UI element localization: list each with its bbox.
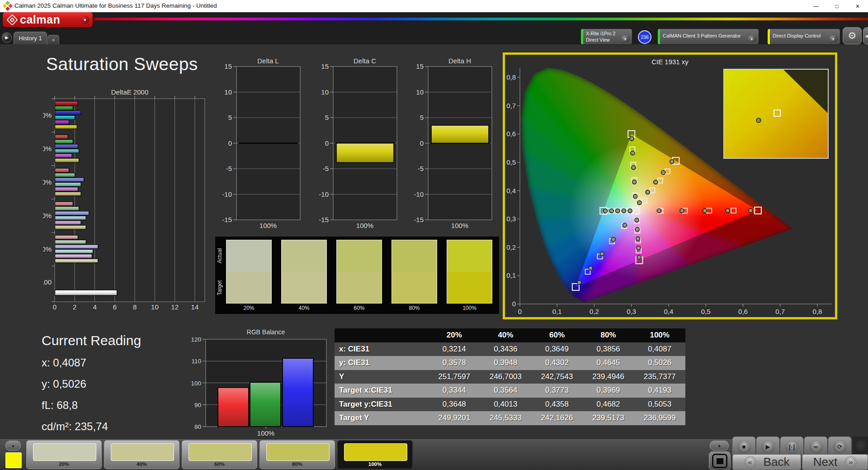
svg-text:15: 15	[224, 62, 232, 70]
svg-text:-10: -10	[319, 190, 329, 198]
reading-cdm2: cd/m²: 235,74	[42, 420, 141, 433]
minimize-button[interactable]: —	[806, 0, 826, 12]
rainbow-divider	[94, 18, 868, 20]
svg-text:-5: -5	[323, 165, 329, 172]
patch-100-actual	[447, 240, 492, 272]
swatch-color	[189, 443, 252, 461]
svg-text:0,8: 0,8	[506, 73, 516, 81]
svg-text:0,7: 0,7	[506, 102, 516, 109]
svg-text:90: 90	[194, 402, 201, 408]
next-button[interactable]: Next »	[802, 454, 868, 470]
settings-button[interactable]: ⚙	[843, 27, 862, 44]
table-row: Target y:CIE31 0,3648 0,4013 0,4358 0,46…	[335, 398, 685, 412]
table-row: Target Y 249,9201 245,5333 242,1626 239,…	[335, 411, 685, 425]
patch-40	[281, 240, 327, 304]
svg-text:0,8: 0,8	[813, 308, 822, 315]
svg-text:-5: -5	[418, 165, 424, 172]
patch-40-target	[282, 272, 326, 304]
svg-text:60%: 60%	[43, 178, 52, 186]
pattern-window-icon	[712, 454, 727, 468]
collapse-panel-button[interactable]: ◀	[863, 27, 868, 44]
meter-dropdown[interactable]: X-Rite i1Pro 2 Direct View ▼	[581, 29, 632, 44]
patch-20-label: 20%	[226, 305, 272, 311]
active-pattern-swatch[interactable]	[5, 452, 22, 468]
title-bar: Calman 2025 Calman Ultimate for Business…	[0, 0, 868, 12]
recessed-dot	[854, 440, 868, 454]
svg-text:Delta C: Delta C	[354, 57, 376, 65]
svg-text:6: 6	[113, 303, 117, 311]
svg-text:14: 14	[191, 303, 199, 311]
svg-text:2: 2	[73, 303, 76, 311]
rgb-balance-chart: RGB Balance1201101009080100%	[190, 328, 335, 439]
pattern-swatch-100-selected[interactable]: 100%	[337, 440, 413, 469]
patch-100-target	[447, 272, 492, 304]
swatch-color	[33, 443, 96, 461]
svg-text:15: 15	[416, 62, 424, 70]
delta-l-chart: Delta L151050-5-10-15100%	[222, 57, 305, 231]
svg-text:0,5: 0,5	[506, 158, 516, 166]
actual-row-label: Actual	[217, 240, 226, 272]
calman-menu-button[interactable]: calman ▼	[3, 12, 93, 27]
svg-text:DeltaE 2000: DeltaE 2000	[111, 88, 149, 96]
expand-left-panel-button[interactable]: ▲	[5, 441, 21, 451]
svg-text:10: 10	[224, 88, 232, 96]
add-tab-button[interactable]: +	[47, 35, 59, 44]
svg-text:10: 10	[416, 88, 424, 96]
meter-reading-badge[interactable]: 236	[638, 30, 651, 44]
svg-text:0,1: 0,1	[552, 308, 562, 315]
chevron-down-icon: ▼	[621, 35, 630, 43]
table-row: y: CIE31 0,3578 0,3948 0,4302 0,4645 0,5…	[335, 356, 685, 370]
page-title: Saturation Sweeps	[46, 54, 198, 74]
expand-right-panel-button[interactable]: ▲	[710, 441, 729, 451]
patch-20	[226, 240, 272, 304]
reading-y: y: 0,5026	[42, 378, 141, 390]
close-button[interactable]: ✕	[847, 0, 868, 12]
svg-text:5: 5	[420, 114, 424, 121]
svg-text:5: 5	[325, 114, 329, 121]
svg-text:0: 0	[518, 308, 522, 315]
svg-text:100%: 100%	[451, 222, 468, 229]
col-header-100: 100%	[634, 331, 685, 340]
pattern-swatch-80[interactable]: 80%	[259, 440, 335, 469]
patch-60-label: 60%	[336, 305, 382, 311]
svg-text:10: 10	[151, 303, 159, 311]
svg-text:0: 0	[325, 139, 329, 147]
current-reading-block: Current Reading x: 0,4087 y: 0,5026 fL: …	[42, 333, 141, 442]
calman-logo-text: calman	[20, 13, 60, 26]
calman-window: Calman 2025 Calman Ultimate for Business…	[0, 0, 868, 470]
actual-target-patch-strip: Actual Target 20% 40% 60% 80% 100%	[215, 237, 499, 314]
swatch-color	[111, 443, 174, 461]
patch-40-label: 40%	[281, 305, 327, 311]
svg-text:-15: -15	[414, 216, 424, 223]
patch-20-target	[226, 272, 271, 304]
pattern-swatch-60[interactable]: 60%	[182, 440, 257, 469]
chevron-down-icon: ▼	[829, 35, 838, 43]
cie-1931-chart-panel[interactable]: CIE 1931 xy00,10,10,20,20,30,30,40,40,50…	[503, 52, 837, 319]
svg-text:0: 0	[512, 300, 516, 308]
display-control-dropdown[interactable]: Direct Display Control ▼	[768, 29, 840, 44]
pattern-generator-label: CalMAN Client 3 Pattern Generator	[658, 29, 759, 38]
back-button[interactable]: « Back	[732, 454, 801, 470]
patch-60-target	[337, 272, 382, 304]
tab-scroll-button[interactable]: ▶	[2, 33, 12, 43]
svg-text:100%: 100%	[257, 429, 274, 437]
tab-history-1[interactable]: History 1	[14, 32, 47, 44]
pattern-swatch-20[interactable]: 20%	[26, 440, 102, 469]
delta-h-chart: Delta H151050-5-10-15100%	[413, 57, 497, 231]
pattern-generator-dropdown[interactable]: CalMAN Client 3 Pattern Generator ▼	[658, 29, 759, 44]
svg-text:110: 110	[191, 358, 201, 365]
pattern-generator-status-stripe	[658, 29, 660, 44]
pattern-bar: ▲ 20% 40% 60% 80% 100% ▲ ■ ▶	[0, 439, 868, 470]
svg-text:CIE 1931 xy: CIE 1931 xy	[651, 58, 689, 66]
chevron-left-icon: ◀	[865, 33, 868, 38]
svg-text:100: 100	[43, 278, 52, 286]
infinity-icon: ∞	[809, 440, 823, 454]
svg-text:-10: -10	[414, 190, 424, 198]
pattern-window-button[interactable]	[709, 451, 731, 470]
play-icon: ▶	[761, 440, 775, 454]
svg-text:Delta L: Delta L	[257, 57, 279, 65]
pattern-swatch-40[interactable]: 40%	[104, 440, 179, 469]
header-bar: calman ▼ ▶ History 1 + X-Rite i1Pro 2 Di…	[0, 12, 868, 44]
maximize-button[interactable]: □	[826, 0, 847, 12]
table-row: Target x:CIE31 0,3344 0,3564 0,3773 0,39…	[335, 384, 685, 398]
